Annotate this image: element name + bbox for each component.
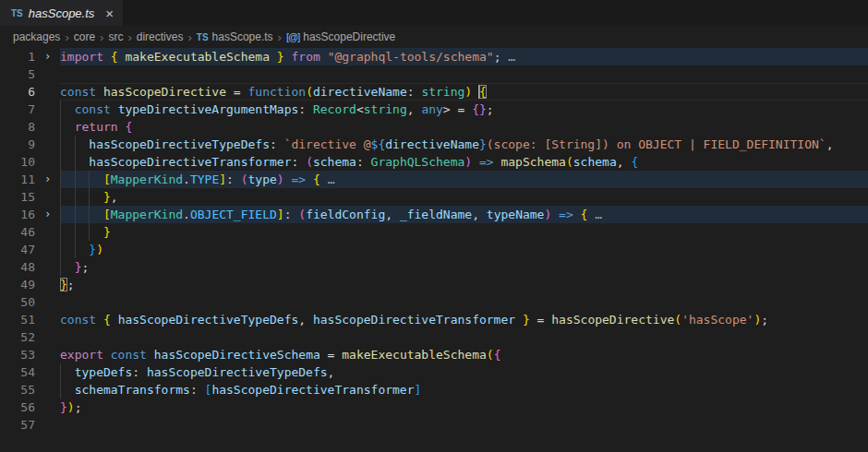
- code-line[interactable]: 56});: [0, 398, 868, 416]
- code-line[interactable]: 52: [0, 328, 868, 346]
- code-token: :: [407, 85, 422, 99]
- code-token: =>: [292, 172, 307, 186]
- code-content[interactable]: export const hasScopeDirectiveSchema = m…: [60, 346, 868, 363]
- code-token: schema: [313, 155, 356, 169]
- indent-guide: [60, 223, 61, 241]
- code-content[interactable]: schemaTransforms: [hasScopeDirectiveTran…: [60, 381, 868, 398]
- code-content[interactable]: typeDefs: hasScopeDirectiveTypeDefs,: [60, 363, 868, 381]
- line-number[interactable]: 53: [0, 346, 35, 363]
- indent-guide: [60, 363, 61, 381]
- line-number[interactable]: 54: [0, 363, 35, 381]
- code-content[interactable]: import { makeExecutableSchema } from "@g…: [60, 48, 868, 65]
- line-number[interactable]: 16: [0, 206, 35, 223]
- line-number[interactable]: 49: [0, 276, 35, 293]
- line-number[interactable]: 52: [0, 328, 35, 346]
- line-number[interactable]: 6: [0, 83, 35, 101]
- editor[interactable]: 1›import { makeExecutableSchema } from "…: [0, 48, 868, 452]
- code-content[interactable]: const { hasScopeDirectiveTypeDefs, hasSc…: [60, 311, 868, 328]
- code-content[interactable]: },: [60, 188, 868, 206]
- code-line[interactable]: 6const hasScopeDirective = function(dire…: [0, 83, 868, 101]
- code-line[interactable]: 48 };: [0, 258, 868, 276]
- line-number[interactable]: 7: [0, 101, 35, 118]
- breadcrumb-file[interactable]: TShasScope.ts: [197, 30, 273, 43]
- indent-guide: [60, 101, 61, 118]
- line-number[interactable]: 57: [0, 416, 35, 434]
- code-content[interactable]: };: [60, 258, 868, 276]
- line-number[interactable]: 8: [0, 118, 35, 136]
- line-number[interactable]: 47: [0, 241, 35, 258]
- breadcrumb-symbol[interactable]: [@]hasScopeDirective: [286, 30, 395, 43]
- indent-guide: [89, 223, 90, 241]
- code-line[interactable]: 50: [0, 293, 868, 311]
- code-line[interactable]: 57: [0, 416, 868, 434]
- code-content[interactable]: [MapperKind.TYPE]: (type) => { …: [60, 171, 868, 188]
- code-line[interactable]: 55 schemaTransforms: [hasScopeDirectiveT…: [0, 381, 868, 398]
- code-content[interactable]: [60, 416, 868, 434]
- code-token: }: [103, 225, 111, 239]
- code-content[interactable]: [MapperKind.OBJECT_FIELD]: (fieldConfig,…: [60, 206, 868, 223]
- code-line[interactable]: 49};: [0, 276, 868, 293]
- code-line[interactable]: 8 return {: [0, 118, 868, 136]
- code-token: [96, 313, 103, 327]
- code-line[interactable]: 53export const hasScopeDirectiveSchema =…: [0, 346, 868, 363]
- indent-guide: [60, 188, 61, 206]
- line-number[interactable]: 1: [0, 48, 35, 65]
- code-content[interactable]: };: [60, 276, 868, 293]
- code-token: [: [103, 208, 111, 221]
- line-number[interactable]: 15: [0, 188, 35, 206]
- code-line[interactable]: 10 hasScopeDirectiveTransformer: (schema…: [0, 153, 868, 171]
- code-line[interactable]: 47 }): [0, 241, 868, 258]
- fold-chevron-icon[interactable]: ›: [35, 171, 60, 188]
- code-line[interactable]: 7 const typeDirectiveArgumentMaps: Recor…: [0, 101, 868, 118]
- line-number[interactable]: 11: [0, 171, 35, 188]
- code-token: [147, 348, 154, 362]
- code-content[interactable]: hasScopeDirectiveTypeDefs: `directive @$…: [60, 136, 868, 153]
- line-number[interactable]: 55: [0, 381, 35, 398]
- code-content[interactable]: }): [60, 241, 868, 258]
- line-number[interactable]: 46: [0, 223, 35, 241]
- code-content[interactable]: });: [60, 398, 868, 416]
- code-line[interactable]: 15 },: [0, 188, 868, 206]
- code-token: [60, 365, 75, 379]
- indent-guide: [75, 188, 76, 206]
- line-number[interactable]: 10: [0, 153, 35, 171]
- breadcrumb-item-directives[interactable]: directives: [137, 30, 184, 43]
- line-number[interactable]: 9: [0, 136, 35, 153]
- fold-column: [35, 136, 60, 153]
- gutter: 50: [0, 293, 60, 311]
- code-token: ]: [277, 208, 284, 221]
- fold-chevron-icon[interactable]: ›: [35, 206, 60, 223]
- code-content[interactable]: const hasScopeDirective = function(direc…: [60, 83, 868, 101]
- code-content[interactable]: }: [60, 223, 868, 241]
- line-number[interactable]: 5: [0, 65, 35, 83]
- code-line[interactable]: 5: [0, 65, 868, 83]
- close-icon[interactable]: ×: [105, 6, 114, 20]
- code-token: :: [284, 208, 299, 221]
- code-line[interactable]: 9 hasScopeDirectiveTypeDefs: `directive …: [0, 136, 868, 153]
- code-content[interactable]: return {: [60, 118, 868, 136]
- line-number[interactable]: 51: [0, 311, 35, 328]
- code-line[interactable]: 11› [MapperKind.TYPE]: (type) => { …: [0, 171, 868, 188]
- code-content[interactable]: [60, 293, 868, 311]
- line-number[interactable]: 56: [0, 398, 35, 416]
- line-number[interactable]: 50: [0, 293, 35, 311]
- code-line[interactable]: 46 }: [0, 223, 868, 241]
- code-content[interactable]: [60, 65, 868, 83]
- code-token: }: [479, 137, 487, 151]
- code-content[interactable]: const typeDirectiveArgumentMaps: Record<…: [60, 101, 868, 118]
- code-token: [: [103, 172, 111, 186]
- breadcrumb-item-packages[interactable]: packages: [13, 30, 60, 43]
- line-number[interactable]: 48: [0, 258, 35, 276]
- vscode-window: TS hasScope.ts × packages›core›src›direc…: [0, 0, 868, 452]
- code-content[interactable]: hasScopeDirectiveTransformer: (schema: G…: [60, 153, 868, 171]
- breadcrumb-item-src[interactable]: src: [108, 30, 123, 43]
- code-line[interactable]: 54 typeDefs: hasScopeDirectiveTypeDefs,: [0, 363, 868, 381]
- fold-chevron-icon[interactable]: ›: [35, 48, 60, 65]
- code-line[interactable]: 1›import { makeExecutableSchema } from "…: [0, 48, 868, 65]
- breadcrumb-item-core[interactable]: core: [74, 30, 95, 43]
- fold-column: [35, 311, 60, 328]
- code-content[interactable]: [60, 328, 868, 346]
- tab-hasscope[interactable]: TS hasScope.ts ×: [0, 0, 123, 26]
- code-line[interactable]: 51const { hasScopeDirectiveTypeDefs, has…: [0, 311, 868, 328]
- code-line[interactable]: 16› [MapperKind.OBJECT_FIELD]: (fieldCon…: [0, 206, 868, 223]
